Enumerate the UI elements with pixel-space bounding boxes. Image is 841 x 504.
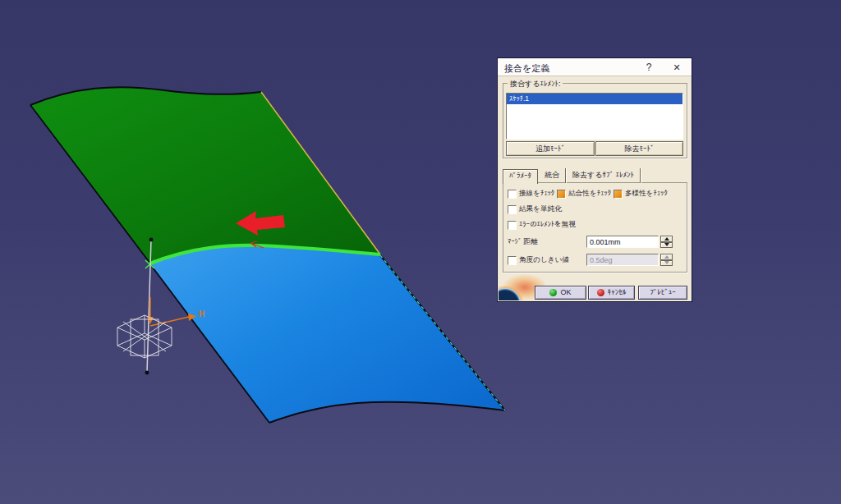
parameters-panel: 接線をﾁｪｯｸ 結合性をﾁｪｯｸ 多様性をﾁｪｯｸ 結果を単純化 ｴﾗｰのｴﾚﾒ… — [503, 182, 687, 273]
merge-distance-input[interactable] — [586, 236, 659, 248]
axis-system-star-icon — [117, 315, 172, 358]
check-tangency-checkbox[interactable] — [508, 190, 517, 199]
tab-sub-elements-to-remove[interactable]: 除去するｻﾌﾞ ｴﾚﾒﾝﾄ — [567, 168, 641, 183]
cancel-red-dot-icon — [597, 289, 604, 296]
spin-up-icon — [660, 254, 673, 260]
elements-listbox[interactable]: ｽｹｯﾁ.1 — [506, 93, 683, 140]
ok-green-dot-icon — [549, 289, 557, 296]
angle-threshold-input — [586, 254, 659, 266]
viewport-3d[interactable]: H — [0, 0, 841, 504]
ignore-error-row: ｴﾗｰのｴﾚﾒﾝﾄを無視 — [508, 220, 576, 230]
h-axis-label: H — [199, 309, 205, 318]
check-row: 接線をﾁｪｯｸ 結合性をﾁｪｯｸ 多様性をﾁｪｯｸ — [508, 189, 668, 199]
axis-endpoint-top — [149, 238, 154, 242]
check-tangency-label: 接線をﾁｪｯｸ — [519, 189, 554, 199]
merge-distance-label: ﾏｰｼﾞ 距離 — [508, 237, 538, 247]
check-manifold-checkbox[interactable] — [614, 190, 623, 199]
axis-endpoint-bottom — [145, 371, 149, 375]
angle-threshold-row: 角度のしきい値 — [508, 255, 569, 265]
close-icon[interactable]: ✕ — [670, 61, 683, 74]
dialog-title: 接合を定義 — [504, 62, 549, 75]
simplify-result-checkbox[interactable] — [508, 205, 517, 214]
elements-group-legend: 接合するｴﾚﾒﾝﾄ: — [508, 79, 563, 89]
angle-threshold-label: 角度のしきい値 — [519, 255, 569, 265]
join-definition-dialog: 接合を定義 ? ✕ 接合するｴﾚﾒﾝﾄ: ｽｹｯﾁ.1 追加ﾓｰﾄﾞ 除去ﾓｰﾄ… — [497, 57, 692, 302]
help-button[interactable]: ? — [642, 61, 655, 74]
ok-button-label: OK — [560, 286, 571, 299]
ignore-erroneous-label: ｴﾗｰのｴﾚﾒﾝﾄを無視 — [519, 220, 576, 230]
add-mode-button[interactable]: 追加ﾓｰﾄﾞ — [506, 141, 595, 156]
h-axis-arrow — [150, 317, 189, 326]
angle-threshold-checkbox[interactable] — [508, 256, 517, 265]
check-manifold-label: 多様性をﾁｪｯｸ — [625, 189, 668, 199]
check-connexity-label: 結合性をﾁｪｯｸ — [568, 189, 611, 199]
ignore-erroneous-checkbox[interactable] — [508, 221, 517, 230]
remove-mode-button[interactable]: 除去ﾓｰﾄﾞ — [595, 141, 683, 156]
angle-threshold-spinner — [660, 254, 673, 266]
ok-button[interactable]: OK — [535, 286, 586, 300]
tab-parameters[interactable]: ﾊﾟﾗﾒｰﾀ — [503, 169, 538, 184]
merge-distance-row: ﾏｰｼﾞ 距離 — [508, 237, 538, 247]
check-connexity-checkbox[interactable] — [557, 190, 566, 199]
spin-down-icon — [660, 260, 673, 267]
spin-down-icon[interactable] — [660, 242, 673, 249]
merge-distance-spinner — [660, 236, 673, 248]
options-tabstrip: ﾊﾟﾗﾒｰﾀ 統合 除去するｻﾌﾞ ｴﾚﾒﾝﾄ — [503, 168, 641, 183]
list-item-sketch1[interactable]: ｽｹｯﾁ.1 — [507, 94, 682, 104]
dialog-titlebar[interactable]: 接合を定義 ? ✕ — [498, 58, 692, 76]
tab-federation[interactable]: 統合 — [539, 168, 566, 183]
cancel-button[interactable]: ｷｬﾝｾﾙ — [588, 286, 635, 300]
preview-button-label: ﾌﾟﾚﾋﾞｭｰ — [650, 286, 676, 299]
simplify-row: 結果を単純化 — [508, 204, 562, 214]
simplify-result-label: 結果を単純化 — [519, 204, 562, 214]
cancel-button-label: ｷｬﾝｾﾙ — [608, 286, 627, 299]
preview-button[interactable]: ﾌﾟﾚﾋﾞｭｰ — [638, 286, 687, 300]
spin-up-icon[interactable] — [660, 236, 673, 242]
